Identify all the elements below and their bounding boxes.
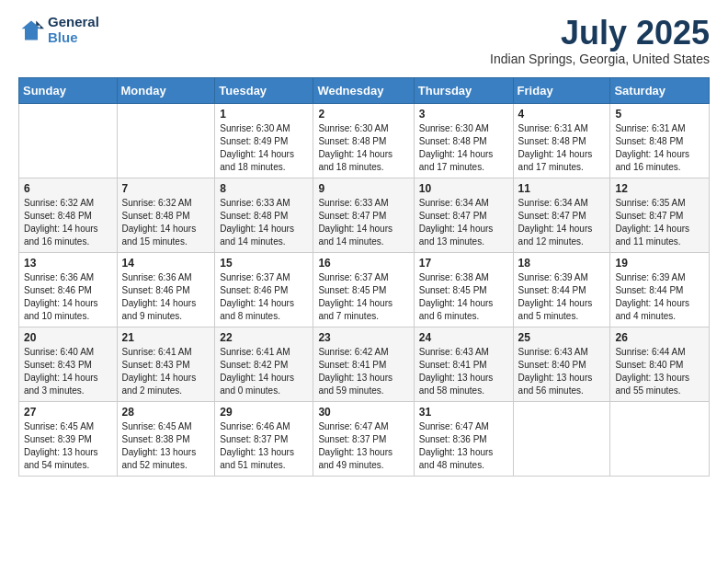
calendar-cell: 26Sunrise: 6:44 AM Sunset: 8:40 PM Dayli… [610, 327, 710, 401]
day-content: Sunrise: 6:37 AM Sunset: 8:46 PM Dayligh… [220, 271, 308, 323]
day-number: 27 [24, 406, 112, 419]
day-content: Sunrise: 6:45 AM Sunset: 8:39 PM Dayligh… [24, 420, 112, 472]
calendar-cell [610, 401, 710, 476]
calendar-week-3: 20Sunrise: 6:40 AM Sunset: 8:43 PM Dayli… [19, 327, 710, 401]
calendar-cell: 13Sunrise: 6:36 AM Sunset: 8:46 PM Dayli… [19, 252, 118, 327]
day-number: 29 [220, 406, 308, 419]
col-sunday: Sunday [19, 77, 118, 103]
day-content: Sunrise: 6:36 AM Sunset: 8:46 PM Dayligh… [122, 271, 210, 323]
day-number: 16 [318, 257, 408, 270]
day-content: Sunrise: 6:30 AM Sunset: 8:48 PM Dayligh… [318, 122, 408, 174]
calendar-cell: 30Sunrise: 6:47 AM Sunset: 8:37 PM Dayli… [313, 401, 414, 476]
calendar-week-2: 13Sunrise: 6:36 AM Sunset: 8:46 PM Dayli… [19, 252, 710, 327]
day-number: 9 [318, 182, 408, 195]
day-number: 4 [518, 108, 606, 121]
day-content: Sunrise: 6:43 AM Sunset: 8:41 PM Dayligh… [419, 346, 508, 397]
logo-text: General Blue [48, 15, 99, 45]
day-content: Sunrise: 6:45 AM Sunset: 8:38 PM Dayligh… [122, 420, 210, 472]
day-content: Sunrise: 6:43 AM Sunset: 8:40 PM Dayligh… [518, 346, 606, 397]
calendar-cell: 8Sunrise: 6:33 AM Sunset: 8:48 PM Daylig… [215, 178, 313, 252]
calendar-title: July 2025 [490, 15, 710, 52]
calendar-cell [19, 103, 118, 178]
day-content: Sunrise: 6:30 AM Sunset: 8:49 PM Dayligh… [220, 122, 308, 174]
calendar-cell: 22Sunrise: 6:41 AM Sunset: 8:42 PM Dayli… [215, 327, 313, 401]
day-number: 26 [615, 331, 704, 344]
logo-blue-text: Blue [48, 30, 99, 46]
col-wednesday: Wednesday [313, 77, 414, 103]
day-number: 3 [419, 108, 508, 121]
logo: General Blue [18, 15, 99, 45]
calendar-table: Sunday Monday Tuesday Wednesday Thursday… [18, 77, 710, 477]
day-number: 7 [122, 182, 210, 195]
day-number: 12 [615, 182, 704, 195]
day-content: Sunrise: 6:44 AM Sunset: 8:40 PM Dayligh… [615, 346, 704, 397]
day-number: 2 [318, 108, 408, 121]
day-content: Sunrise: 6:33 AM Sunset: 8:47 PM Dayligh… [318, 197, 408, 248]
day-number: 25 [518, 331, 606, 344]
day-content: Sunrise: 6:31 AM Sunset: 8:48 PM Dayligh… [615, 122, 704, 174]
day-content: Sunrise: 6:32 AM Sunset: 8:48 PM Dayligh… [122, 197, 210, 248]
day-number: 15 [220, 257, 308, 270]
day-content: Sunrise: 6:37 AM Sunset: 8:45 PM Dayligh… [318, 271, 408, 323]
calendar-cell: 4Sunrise: 6:31 AM Sunset: 8:48 PM Daylig… [513, 103, 610, 178]
day-number: 30 [318, 406, 408, 419]
day-number: 10 [419, 182, 508, 195]
calendar-cell: 20Sunrise: 6:40 AM Sunset: 8:43 PM Dayli… [19, 327, 118, 401]
calendar-cell: 10Sunrise: 6:34 AM Sunset: 8:47 PM Dayli… [414, 178, 513, 252]
day-number: 19 [615, 257, 704, 270]
calendar-cell: 17Sunrise: 6:38 AM Sunset: 8:45 PM Dayli… [414, 252, 513, 327]
col-monday: Monday [117, 77, 215, 103]
calendar-cell: 14Sunrise: 6:36 AM Sunset: 8:46 PM Dayli… [117, 252, 215, 327]
calendar-location: Indian Springs, Georgia, United States [490, 52, 710, 66]
calendar-cell: 15Sunrise: 6:37 AM Sunset: 8:46 PM Dayli… [215, 252, 313, 327]
day-number: 8 [220, 182, 308, 195]
calendar-cell: 18Sunrise: 6:39 AM Sunset: 8:44 PM Dayli… [513, 252, 610, 327]
page: General Blue July 2025 Indian Springs, G… [0, 0, 728, 491]
calendar-cell: 25Sunrise: 6:43 AM Sunset: 8:40 PM Dayli… [513, 327, 610, 401]
calendar-cell: 2Sunrise: 6:30 AM Sunset: 8:48 PM Daylig… [313, 103, 414, 178]
calendar-cell: 6Sunrise: 6:32 AM Sunset: 8:48 PM Daylig… [19, 178, 118, 252]
col-friday: Friday [513, 77, 610, 103]
day-number: 22 [220, 331, 308, 344]
day-content: Sunrise: 6:30 AM Sunset: 8:48 PM Dayligh… [419, 122, 508, 174]
header: General Blue July 2025 Indian Springs, G… [18, 15, 710, 66]
calendar-cell [117, 103, 215, 178]
calendar-week-1: 6Sunrise: 6:32 AM Sunset: 8:48 PM Daylig… [19, 178, 710, 252]
day-number: 20 [24, 331, 112, 344]
day-number: 18 [518, 257, 606, 270]
day-content: Sunrise: 6:46 AM Sunset: 8:37 PM Dayligh… [220, 420, 308, 472]
calendar-cell: 19Sunrise: 6:39 AM Sunset: 8:44 PM Dayli… [610, 252, 710, 327]
day-content: Sunrise: 6:36 AM Sunset: 8:46 PM Dayligh… [24, 271, 112, 323]
col-saturday: Saturday [610, 77, 710, 103]
day-content: Sunrise: 6:34 AM Sunset: 8:47 PM Dayligh… [419, 197, 508, 248]
calendar-cell: 5Sunrise: 6:31 AM Sunset: 8:48 PM Daylig… [610, 103, 710, 178]
calendar-cell: 12Sunrise: 6:35 AM Sunset: 8:47 PM Dayli… [610, 178, 710, 252]
calendar-cell: 21Sunrise: 6:41 AM Sunset: 8:43 PM Dayli… [117, 327, 215, 401]
day-content: Sunrise: 6:47 AM Sunset: 8:37 PM Dayligh… [318, 420, 408, 472]
day-number: 17 [419, 257, 508, 270]
title-block: July 2025 Indian Springs, Georgia, Unite… [490, 15, 710, 66]
logo-icon [18, 17, 44, 43]
calendar-cell [513, 401, 610, 476]
calendar-cell: 31Sunrise: 6:47 AM Sunset: 8:36 PM Dayli… [414, 401, 513, 476]
calendar-cell: 3Sunrise: 6:30 AM Sunset: 8:48 PM Daylig… [414, 103, 513, 178]
day-content: Sunrise: 6:41 AM Sunset: 8:43 PM Dayligh… [122, 346, 210, 397]
logo-general-text: General [48, 15, 99, 30]
weekday-header-row: Sunday Monday Tuesday Wednesday Thursday… [19, 77, 710, 103]
day-number: 11 [518, 182, 606, 195]
day-content: Sunrise: 6:35 AM Sunset: 8:47 PM Dayligh… [615, 197, 704, 248]
calendar-week-0: 1Sunrise: 6:30 AM Sunset: 8:49 PM Daylig… [19, 103, 710, 178]
day-number: 5 [615, 108, 704, 121]
day-number: 14 [122, 257, 210, 270]
day-content: Sunrise: 6:40 AM Sunset: 8:43 PM Dayligh… [24, 346, 112, 397]
day-content: Sunrise: 6:31 AM Sunset: 8:48 PM Dayligh… [518, 122, 606, 174]
calendar-cell: 9Sunrise: 6:33 AM Sunset: 8:47 PM Daylig… [313, 178, 414, 252]
day-content: Sunrise: 6:42 AM Sunset: 8:41 PM Dayligh… [318, 346, 408, 397]
day-content: Sunrise: 6:33 AM Sunset: 8:48 PM Dayligh… [220, 197, 308, 248]
calendar-cell: 1Sunrise: 6:30 AM Sunset: 8:49 PM Daylig… [215, 103, 313, 178]
calendar-week-4: 27Sunrise: 6:45 AM Sunset: 8:39 PM Dayli… [19, 401, 710, 476]
calendar-cell: 28Sunrise: 6:45 AM Sunset: 8:38 PM Dayli… [117, 401, 215, 476]
calendar-cell: 29Sunrise: 6:46 AM Sunset: 8:37 PM Dayli… [215, 401, 313, 476]
day-content: Sunrise: 6:32 AM Sunset: 8:48 PM Dayligh… [24, 197, 112, 248]
day-number: 31 [419, 406, 508, 419]
